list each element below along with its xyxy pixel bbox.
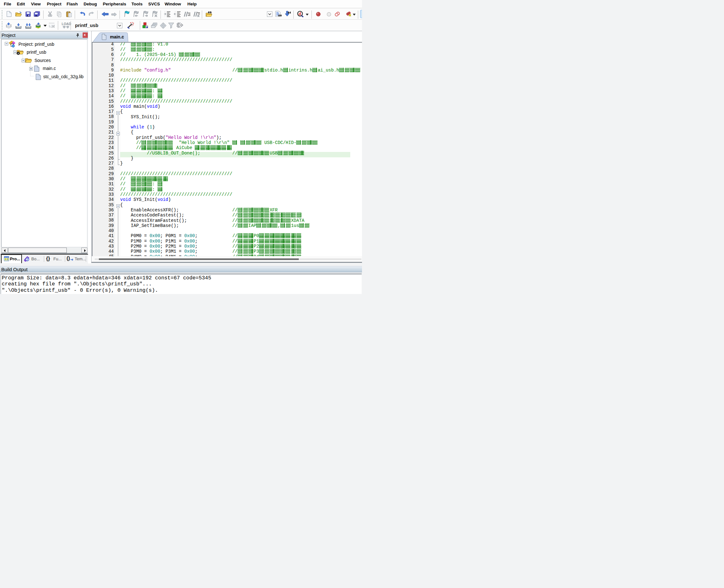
svg-text:?: ?: [27, 258, 28, 261]
svg-text:d: d: [298, 12, 301, 16]
svg-text:LOAD: LOAD: [62, 22, 71, 26]
